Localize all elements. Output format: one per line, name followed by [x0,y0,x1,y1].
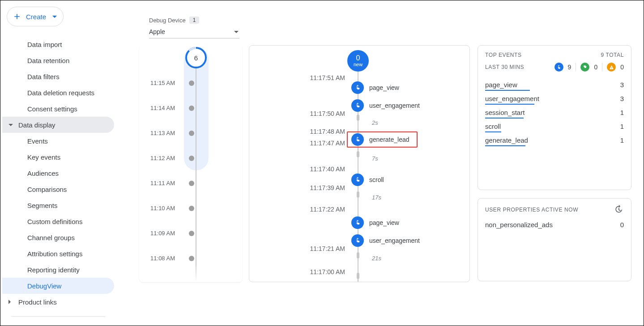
event-page-view[interactable]: page_view [351,81,399,94]
event-scroll[interactable]: scroll [351,174,384,186]
touch-icon [351,234,364,247]
top-event-item[interactable]: scroll1 [485,119,624,133]
stream-head-count: 0 [356,55,360,62]
counter-value: 0 [594,64,597,71]
nav-data-retention[interactable]: Data retention [2,52,114,68]
event-name: user_engagement [369,102,420,109]
timeline-axis [196,58,196,282]
event-user-engagement-2[interactable]: user_engagement [351,234,420,247]
minute-row[interactable]: 11:12 AM [139,155,242,161]
nav-label: Consent settings [27,105,77,113]
nav-data-deletion[interactable]: Data deletion requests [2,85,114,101]
counter-value: 0 [620,64,624,71]
minute-time: 11:14 AM [139,105,182,111]
minute-row[interactable]: 11:13 AM [139,130,242,136]
stream-head-bubble[interactable]: 0 new [347,50,369,72]
minute-dot-icon [189,256,194,261]
top-event-item[interactable]: user_engagement3 [485,92,624,106]
nav-debugview[interactable]: DebugView [2,278,114,294]
nav-label: Comparisons [27,186,67,193]
nav-data-import[interactable]: Data import [2,36,114,52]
history-icon[interactable] [614,205,624,215]
divider [602,63,602,71]
sidebar-nav: Data import Data retention Data filters … [2,36,114,317]
divider [576,63,576,71]
chevron-down-icon [52,16,57,18]
top-event-item[interactable]: page_view3 [485,78,624,92]
active-minute-bubble[interactable]: 6 [185,47,207,68]
nav-segments[interactable]: Segments [2,197,114,213]
stream-time: 11:17:50 AM [249,110,345,117]
minute-time: 11:12 AM [139,155,182,161]
nav-label: Reporting identity [27,266,80,274]
nav-label: Product links [18,298,57,306]
stream-time: 11:17:21 AM [249,245,345,252]
nav-channel-groups[interactable]: Channel groups [2,229,114,246]
nav-consent-settings[interactable]: Consent settings [2,101,114,117]
touch-icon [351,81,364,94]
minute-dot-icon [189,181,194,186]
nav-key-events[interactable]: Key events [2,149,114,165]
nav-events[interactable]: Events [2,133,114,149]
nav-label: Attribution settings [27,250,82,258]
nav-comparisons[interactable]: Comparisons [2,181,114,197]
user-properties-title: USER PROPERTIES ACTIVE NOW [485,207,578,213]
stream-tick-icon [357,114,359,121]
minute-row[interactable]: 11:15 AM [139,80,242,86]
nav-attribution-settings[interactable]: Attribution settings [2,246,114,262]
bar-icon [485,90,530,91]
nav-data-filters[interactable]: Data filters [2,68,114,85]
event-page-view-2[interactable]: page_view [351,216,399,229]
minute-row[interactable]: 11:14 AM [139,105,242,111]
event-name: page_view [369,84,399,91]
event-user-engagement[interactable]: user_engagement [351,99,420,112]
top-events-counters: 9 0 0 [554,63,624,72]
minute-row[interactable]: 11:11 AM [139,180,242,186]
event-name: scroll [485,123,501,130]
minute-row[interactable]: 11:10 AM [139,205,242,212]
stream-tick-icon [357,151,359,157]
nav-group-data-display[interactable]: Data display [2,117,114,133]
bar-icon [485,118,524,119]
event-name: generate_lead [485,136,528,144]
minute-dot-icon [189,80,194,86]
nav-label: Data filters [27,73,60,80]
event-count: 1 [620,123,624,130]
nav-label: Segments [27,202,58,209]
touch-icon [351,99,364,112]
nav-audiences[interactable]: Audiences [2,165,114,181]
minute-dot-icon [189,106,194,111]
user-property-item[interactable]: non_personalized_ads 0 [485,221,624,229]
event-count: 1 [620,109,624,116]
nav-label: Data display [18,121,55,129]
debug-device-label: Debug Device [149,17,186,24]
top-event-item[interactable]: generate_lead1 [485,133,624,147]
stream-time: 11:17:48 AM [249,128,345,135]
chevron-right-icon [9,300,11,304]
counter-value: 9 [568,64,571,71]
stream-head-sub: new [354,62,363,67]
minute-row[interactable]: 11:09 AM [139,230,242,237]
nav-label: Events [27,137,48,145]
touch-pill-icon [554,63,563,72]
top-events-card: TOP EVENTS 9 TOTAL LAST 30 MINS 9 0 0 pa… [478,45,631,190]
event-generate-lead[interactable]: generate_lead [351,133,409,146]
nav-custom-definitions[interactable]: Custom definitions [2,213,114,229]
stream-gap: 17s [372,194,381,201]
nav-label: Data deletion requests [27,89,94,97]
debug-device-dropdown[interactable]: Apple [149,26,239,38]
create-label: Create [26,13,46,21]
stream-time: 11:17:39 AM [249,184,345,191]
seconds-stream: 0 new 11:17:51 AM page_view user_engagem… [249,45,470,282]
top-event-item[interactable]: session_start1 [485,106,624,119]
nav-group-product-links[interactable]: Product links [2,294,114,310]
minute-row[interactable]: 11:08 AM [139,255,242,262]
create-button[interactable]: Create [7,7,64,26]
nav-reporting-identity[interactable]: Reporting identity [2,262,114,278]
bar-icon [485,145,525,146]
event-name: page_view [369,219,399,226]
property-value: 0 [620,221,624,229]
debug-device-selected: Apple [149,28,165,35]
stream-time: 11:17:51 AM [249,74,345,81]
nav-label: Channel groups [27,234,75,241]
